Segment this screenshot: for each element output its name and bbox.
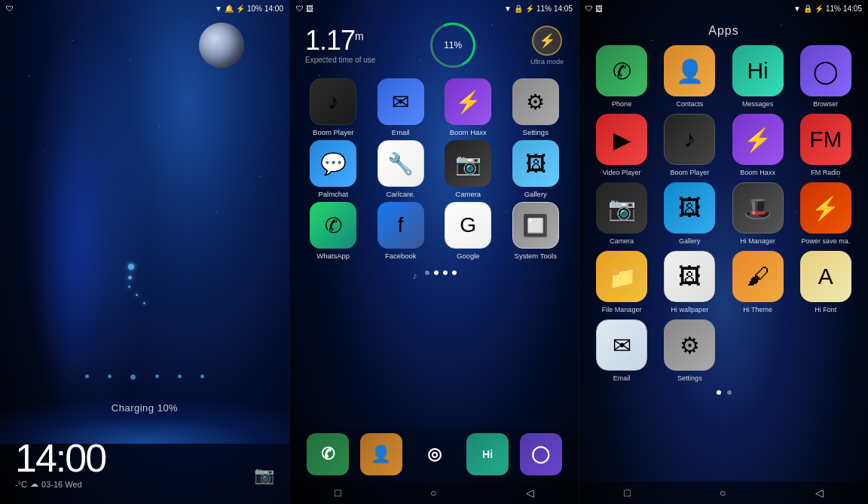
drawer-item-phone[interactable]: ✆Phone bbox=[591, 45, 653, 108]
dock-item-browser[interactable]: ◯ bbox=[520, 433, 562, 475]
status-left-p1: 🛡 bbox=[6, 5, 14, 13]
drawer-item-contacts[interactable]: 👤Contacts bbox=[659, 45, 720, 108]
drawer-app-grid: ✆Phone👤ContactsHiMessages◯Browser▶Video … bbox=[579, 41, 868, 386]
page-dot-3[interactable] bbox=[443, 270, 448, 275]
drawer-item-fm-radio[interactable]: FMFM Radio bbox=[795, 114, 857, 176]
app-item-gallery[interactable]: 🖼Gallery bbox=[504, 140, 568, 198]
lock-time-display: 14:00 -°C ☁ 03-16 Wed bbox=[15, 438, 105, 489]
drawer-item-boom-haxx[interactable]: ⚡Boom Haxx bbox=[727, 114, 789, 176]
dot-r-5 bbox=[178, 374, 182, 378]
app-item-facebook[interactable]: fFacebook bbox=[369, 202, 433, 260]
temp-icon: -°C bbox=[15, 480, 27, 489]
nav-square-btn-p3[interactable]: □ bbox=[624, 487, 630, 499]
drawer-app-label: Boom Player bbox=[671, 169, 710, 176]
drawer-icon: 🖌 bbox=[732, 251, 784, 302]
widget-unit: m bbox=[355, 30, 363, 42]
drawer-icon: 📁 bbox=[596, 251, 647, 302]
drawer-item-camera[interactable]: 📷Camera bbox=[591, 182, 653, 245]
app-label: Palmchat bbox=[318, 190, 348, 198]
drawer-item-hi-wallpaper[interactable]: 🖼Hi wallpaper bbox=[659, 251, 720, 313]
shield-icon-p2: 🛡 bbox=[296, 5, 304, 13]
app-label: Camera bbox=[455, 190, 481, 198]
app-drawer-panel: 🛡 🖼 ▼ 🔒 ⚡ 11% 14:05 Apps ✆Phone👤Contacts… bbox=[579, 0, 868, 504]
battery-circle-widget: 11% bbox=[430, 23, 475, 68]
app-item-palmchat[interactable]: 💬Palmchat bbox=[301, 140, 365, 198]
page-dot-2[interactable] bbox=[434, 270, 439, 275]
page-dot-4[interactable] bbox=[452, 270, 457, 275]
drawer-item-video-player[interactable]: ▶Video Player bbox=[591, 114, 653, 176]
app-item-google[interactable]: GGoogle bbox=[436, 202, 500, 260]
status-right-p2: ▼ 🔒 ⚡ 11% 14:05 bbox=[504, 5, 573, 13]
drawer-item-boom-player[interactable]: ♪Boom Player bbox=[659, 114, 720, 176]
drawer-item-messages[interactable]: HiMessages bbox=[727, 45, 789, 108]
battery-icon-p2: ⚡ bbox=[525, 5, 534, 13]
shield-icon: 🛡 bbox=[6, 5, 14, 13]
drawer-item-hi-manager[interactable]: 🎩Hi Manager bbox=[727, 182, 789, 245]
nav-bar-p2: □ ○ ◁ bbox=[290, 481, 579, 504]
drawer-icon: ♪ bbox=[664, 114, 715, 165]
charging-text: Charging 10% bbox=[0, 402, 289, 414]
dock-item-hi[interactable]: Hi bbox=[466, 433, 509, 475]
app-label: System Tools bbox=[515, 252, 557, 260]
app-item-boom-player[interactable]: ♪Boom Player bbox=[301, 78, 365, 136]
dock-item-phone[interactable]: ✆ bbox=[307, 433, 349, 475]
battery-pct-p1: 10% bbox=[247, 5, 262, 13]
dot-3 bbox=[128, 286, 130, 288]
dock-item-launcher[interactable]: ◎ bbox=[413, 433, 455, 475]
drawer-icon: 🎩 bbox=[732, 182, 784, 234]
drawer-item-gallery[interactable]: 🖼Gallery bbox=[659, 182, 720, 245]
dock-item-contacts[interactable]: 👤 bbox=[360, 433, 402, 475]
drawer-app-label: Email bbox=[613, 374, 631, 382]
dot-2 bbox=[128, 276, 132, 279]
date-value: 03-16 Wed bbox=[41, 480, 82, 489]
drawer-icon: A bbox=[800, 251, 851, 302]
drawer-dot-2[interactable] bbox=[727, 390, 732, 395]
notification-icon: 🔔 bbox=[225, 5, 234, 13]
drawer-item-browser[interactable]: ◯Browser bbox=[795, 45, 857, 108]
battery-charging-icon: ⚡ bbox=[236, 5, 245, 13]
widget-time-value: 1.17 bbox=[305, 25, 355, 56]
drawer-app-label: Camera bbox=[610, 237, 634, 245]
status-left-p3: 🛡 🖼 bbox=[585, 5, 603, 13]
app-icon: ♪ bbox=[310, 78, 356, 125]
dots-row bbox=[75, 374, 214, 380]
date-info: -°C ☁ 03-16 Wed bbox=[15, 479, 105, 489]
battery-pct-p3: 11% bbox=[826, 5, 841, 13]
app-icon: ⚙ bbox=[512, 78, 559, 125]
lock-icon-p3: 🔒 bbox=[803, 5, 812, 13]
app-label: WhatsApp bbox=[316, 252, 350, 260]
app-item-camera[interactable]: 📷Camera bbox=[436, 140, 500, 198]
lock-screen-panel: 🛡 ▼ 🔔 ⚡ 10% 14:00 Charging 10% 14:00 -°C bbox=[0, 0, 289, 504]
app-label: Boom Haxx bbox=[450, 128, 487, 136]
dot-r-6 bbox=[200, 374, 204, 378]
app-item-boom-haxx[interactable]: ⚡Boom Haxx bbox=[436, 78, 500, 136]
nav-circle-btn-p3[interactable]: ○ bbox=[720, 487, 726, 499]
drawer-item-settings[interactable]: ⚙Settings bbox=[659, 319, 720, 382]
app-item-whatsapp[interactable]: ✆WhatsApp bbox=[301, 202, 365, 260]
nav-back-btn-p3[interactable]: ◁ bbox=[815, 487, 824, 499]
drawer-item-file-manager[interactable]: 📁File Manager bbox=[591, 251, 653, 313]
app-item-email[interactable]: ✉Email bbox=[369, 78, 433, 136]
time-p2: 14:05 bbox=[554, 5, 573, 13]
drawer-icon: ✉ bbox=[596, 319, 647, 371]
drawer-item-hi-theme[interactable]: 🖌Hi Theme bbox=[727, 251, 789, 313]
nav-back-btn[interactable]: ◁ bbox=[526, 487, 534, 499]
app-item-settings[interactable]: ⚙Settings bbox=[504, 78, 568, 136]
drawer-app-label: Power save ma. bbox=[802, 237, 851, 245]
drawer-icon: ⚙ bbox=[664, 319, 715, 371]
camera-shortcut-icon[interactable]: 📷 bbox=[254, 466, 274, 485]
nav-square-btn[interactable]: □ bbox=[335, 487, 341, 499]
app-item-system-tools[interactable]: 🔲System Tools bbox=[504, 202, 568, 260]
drawer-item-email[interactable]: ✉Email bbox=[591, 319, 653, 382]
nav-circle-btn[interactable]: ○ bbox=[430, 487, 436, 499]
page-dot-1[interactable] bbox=[425, 270, 429, 275]
drawer-item-power-save-ma[interactable]: ⚡Power save ma. bbox=[795, 182, 857, 245]
drawer-icon: Hi bbox=[732, 45, 784, 96]
drawer-item-hi-font[interactable]: AHi Font bbox=[795, 251, 857, 313]
drawer-dot-1[interactable] bbox=[717, 390, 721, 395]
app-item-carlcare.[interactable]: 🔧Carlcare. bbox=[369, 140, 433, 198]
ultra-mode-widget[interactable]: ⚡ Ultra mode bbox=[530, 26, 564, 66]
drawer-icon: FM bbox=[800, 114, 851, 165]
app-grid-home: ♪Boom Player✉Email⚡Boom Haxx⚙Settings💬Pa… bbox=[290, 71, 579, 267]
app-label: Email bbox=[392, 128, 410, 136]
